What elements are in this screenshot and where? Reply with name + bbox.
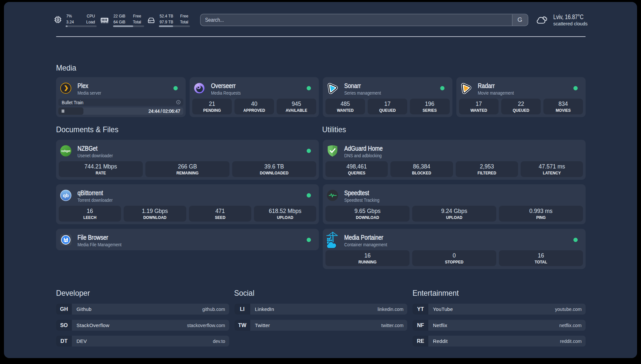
- svg-text:nzbget: nzbget: [61, 149, 71, 153]
- svg-text:qb: qb: [63, 193, 69, 198]
